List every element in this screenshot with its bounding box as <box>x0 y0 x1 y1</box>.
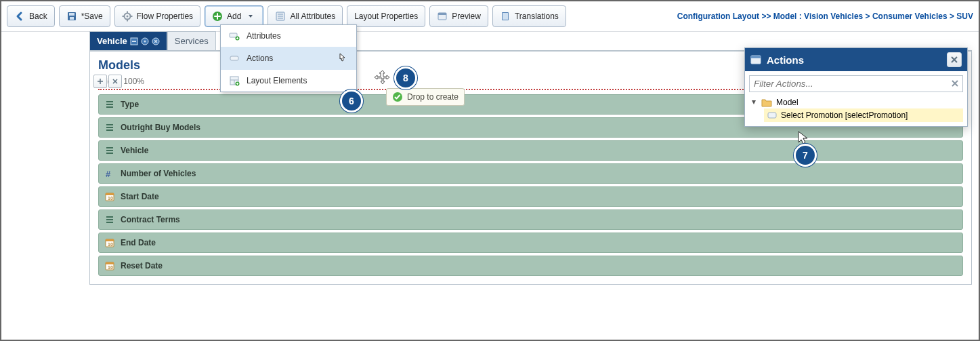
filter-actions-input[interactable] <box>749 75 963 92</box>
tab-services-label: Services <box>175 36 209 46</box>
svg-point-28 <box>144 40 146 42</box>
back-arrow-icon <box>14 11 25 22</box>
drop-tip-label: Drop to create <box>407 92 459 102</box>
flow-properties-button[interactable]: Flow Properties <box>114 5 200 27</box>
list-icon <box>104 214 115 225</box>
list-icon <box>104 99 115 110</box>
folder-icon <box>761 98 772 107</box>
tab-close-icon[interactable] <box>152 37 160 45</box>
dialog-title: Actions <box>767 54 804 66</box>
svg-rect-41 <box>106 193 114 195</box>
clear-filter-button[interactable] <box>949 77 961 89</box>
dialog-close-button[interactable] <box>947 52 962 67</box>
action-icon <box>229 53 240 64</box>
book-icon <box>500 11 511 22</box>
list-icon <box>104 145 115 156</box>
toolbar: Back *Save Flow Properties Add <box>1 1 979 32</box>
translations-button[interactable]: Translations <box>492 5 566 27</box>
attr-row-label: Type <box>121 100 139 109</box>
actions-dialog: Actions Model Select Promotion [selectPr… <box>744 47 968 127</box>
cursor-arrow-icon <box>797 130 809 145</box>
attr-row-label: Outright Buy Models <box>121 123 200 132</box>
layout-properties-button[interactable]: Layout Properties <box>347 5 425 27</box>
add-dropdown-menu: Attributes Actions Layout Elements <box>220 24 357 92</box>
window-icon <box>750 54 761 65</box>
svg-rect-47 <box>106 239 114 241</box>
save-button[interactable]: *Save <box>59 5 110 27</box>
tab-collapse-icon[interactable] <box>130 37 138 45</box>
svg-rect-18 <box>230 33 237 37</box>
svg-text:10: 10 <box>108 242 113 247</box>
calendar-icon: 10 <box>104 237 115 248</box>
attr-row-label: Start Date <box>121 192 159 201</box>
add-menu-layout-elements-label: Layout Elements <box>247 76 307 85</box>
back-label: Back <box>29 12 47 21</box>
add-menu-attributes-label: Attributes <box>247 31 281 41</box>
calendar-icon: 10 <box>104 191 115 202</box>
svg-rect-2 <box>70 17 74 20</box>
attr-row-label: Reset Date <box>121 261 163 270</box>
all-attributes-label: All Attributes <box>290 12 335 21</box>
attr-row[interactable]: 10End Date <box>98 233 963 253</box>
attr-row[interactable]: Vehicle <box>98 140 963 161</box>
preview-icon <box>437 11 448 22</box>
move-cursor-icon <box>374 69 391 87</box>
attr-row-label: Contract Terms <box>121 215 180 224</box>
svg-text:10: 10 <box>108 265 113 270</box>
attr-row[interactable]: #Number of Vehicles <box>98 163 963 184</box>
add-plus-icon <box>212 11 223 22</box>
app-frame: Back *Save Flow Properties Add <box>0 0 980 341</box>
save-disk-icon <box>66 11 77 22</box>
preview-button[interactable]: Preview <box>429 5 488 27</box>
svg-rect-55 <box>768 113 776 118</box>
row-tools <box>93 75 122 88</box>
attr-row-label: End Date <box>121 238 156 247</box>
callout-6: 6 <box>340 89 363 113</box>
save-label: *Save <box>81 12 103 21</box>
callout-8: 8 <box>394 66 417 89</box>
hash-icon: # <box>104 168 115 179</box>
layout-properties-label: Layout Properties <box>354 12 418 21</box>
action-item-icon <box>767 112 777 119</box>
svg-point-4 <box>126 16 128 18</box>
svg-rect-17 <box>503 13 508 20</box>
gear-icon <box>122 11 133 22</box>
tab-vehicle[interactable]: Vehicle <box>89 31 167 50</box>
attribute-icon <box>229 31 240 41</box>
attr-row[interactable]: Contract Terms <box>98 209 963 230</box>
layout-element-icon <box>229 75 240 86</box>
attr-row-label: Vehicle <box>121 146 148 155</box>
add-row-button[interactable] <box>93 75 107 88</box>
tab-settings-icon[interactable] <box>141 37 149 45</box>
svg-text:#: # <box>106 169 111 178</box>
back-button[interactable]: Back <box>7 5 55 27</box>
svg-rect-54 <box>751 56 761 58</box>
add-menu-actions[interactable]: Actions <box>221 47 356 70</box>
tree-root-node[interactable]: Model <box>749 96 963 108</box>
translations-label: Translations <box>515 12 559 21</box>
list-icon <box>104 122 115 133</box>
dropdown-caret-icon <box>245 11 256 22</box>
callout-7: 7 <box>794 144 817 167</box>
add-menu-layout-elements[interactable]: Layout Elements <box>221 70 356 92</box>
remove-row-button[interactable] <box>108 75 122 88</box>
tab-vehicle-label: Vehicle <box>97 36 127 46</box>
breadcrumb: Configuration Layout >> Model : Vision V… <box>677 12 973 21</box>
calendar-icon: 10 <box>104 260 115 271</box>
add-label: Add <box>227 12 241 21</box>
actions-tree: Model Select Promotion [selectPromotion] <box>749 96 963 122</box>
tree-root-label: Model <box>776 98 798 107</box>
check-circle-icon <box>392 92 403 102</box>
attr-row[interactable]: 10Reset Date <box>98 256 963 276</box>
tree-action-item[interactable]: Select Promotion [selectPromotion] <box>764 108 963 122</box>
collapse-caret-icon[interactable] <box>750 99 757 106</box>
drop-to-create-tooltip: Drop to create <box>386 88 465 106</box>
svg-rect-50 <box>106 262 114 264</box>
pointer-cursor-icon <box>336 52 348 64</box>
add-menu-attributes[interactable]: Attributes <box>221 25 356 47</box>
svg-rect-15 <box>438 13 446 15</box>
tab-services[interactable]: Services <box>167 31 216 50</box>
attr-row[interactable]: 10Start Date <box>98 186 963 207</box>
dialog-header[interactable]: Actions <box>745 48 967 71</box>
attr-row-label: Number of Vehicles <box>121 169 196 178</box>
